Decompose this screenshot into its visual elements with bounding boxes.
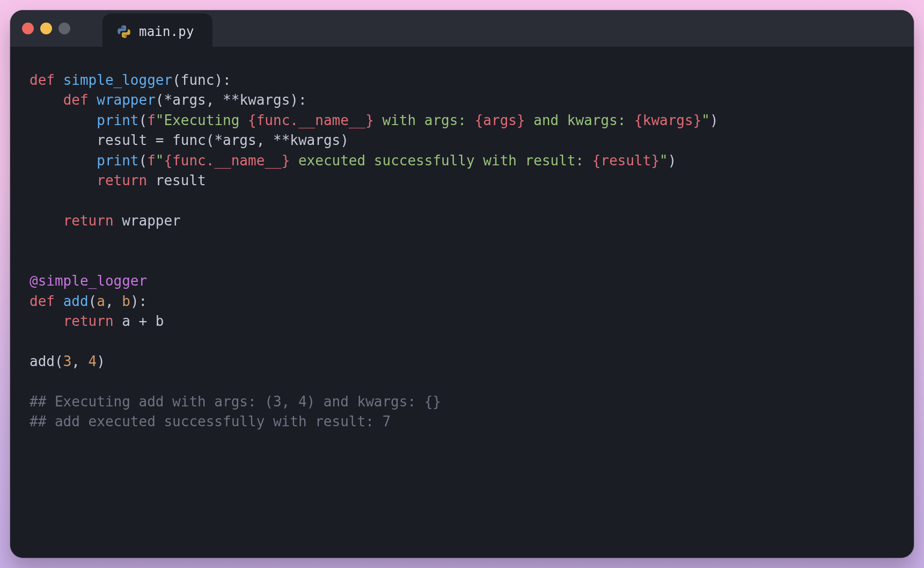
tab-filename: main.py	[139, 24, 194, 39]
title-bar: main.py	[10, 10, 914, 47]
minimize-button[interactable]	[40, 23, 52, 34]
window-controls	[22, 23, 70, 34]
editor-window: main.py def simple_logger(func): def wra…	[10, 10, 914, 558]
code-content: def simple_logger(func): def wrapper(*ar…	[30, 70, 894, 432]
close-button[interactable]	[22, 23, 34, 34]
maximize-button[interactable]	[58, 23, 70, 34]
python-icon	[116, 24, 131, 39]
file-tab[interactable]: main.py	[102, 13, 212, 50]
code-editor[interactable]: def simple_logger(func): def wrapper(*ar…	[10, 47, 914, 558]
